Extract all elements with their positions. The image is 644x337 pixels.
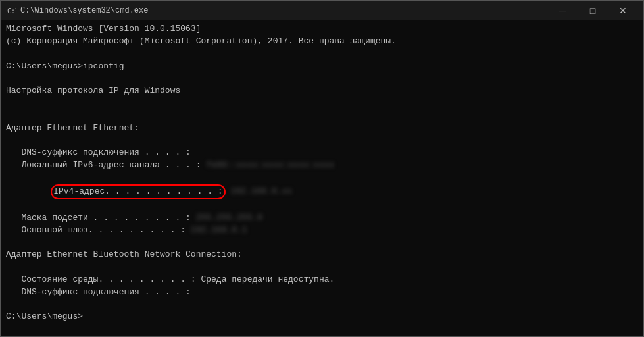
line-10 [6, 135, 638, 147]
gateway-line: Основной шлюз. . . . . . . . . : 192.168… [6, 224, 638, 237]
line-4: C:\Users\megus>ipconfig [6, 61, 638, 73]
close-button[interactable]: ✕ [608, 1, 638, 20]
cmd-window: C:\ C:\Windows\system32\cmd.exe ─ □ ✕ Mi… [0, 0, 644, 337]
line-18 [6, 261, 638, 274]
line-3 [6, 48, 638, 61]
line-21 [6, 299, 638, 311]
line-5 [6, 72, 638, 85]
media-state: Состояние среды. . . . . . . . . : Среда… [6, 274, 638, 286]
line-16 [6, 236, 638, 249]
line-6: Настройка протокола IP для Windows [6, 85, 638, 97]
window-controls: ─ □ ✕ [547, 1, 638, 20]
console-output: Microsoft Windows [Version 10.0.15063] (… [1, 20, 643, 336]
ipv4-line: IPv4-адрес. . . . . . . . . . . : 192.16… [6, 172, 638, 212]
cmd-icon: C:\ [6, 5, 16, 16]
ipv6-value: fe80::xxxx:xxxx:xxxx:xxxx [206, 160, 334, 170]
prompt: C:\Users\megus> [6, 311, 638, 323]
minimize-button[interactable]: ─ [547, 1, 578, 20]
maximize-button[interactable]: □ [578, 1, 608, 20]
gateway-value: 192.168.0.1 [191, 225, 247, 235]
title-bar: C:\ C:\Windows\system32\cmd.exe ─ □ ✕ [1, 1, 643, 20]
dns-suffix-bt: DNS-суффикс подключения . . . . : [6, 286, 638, 299]
dns-suffix: DNS-суффикс подключения . . . . : [6, 147, 638, 159]
svg-text:C:\: C:\ [7, 7, 16, 14]
ipv4-value: 192.168.0.xx [226, 186, 292, 196]
line-7 [6, 97, 638, 110]
window-title: C:\Windows\system32\cmd.exe [20, 6, 547, 15]
line-2: (с) Корпорация Майкрософт (Microsoft Cor… [6, 36, 638, 48]
subnet-value: 255.255.255.0 [196, 213, 262, 222]
line-1: Microsoft Windows [Version 10.0.15063] [6, 23, 638, 36]
line-8 [6, 110, 638, 122]
ipv6-line: Локальный IPv6-адрес канала . . . : fe80… [6, 159, 638, 172]
adapter-bluetooth: Адаптер Ethernet Bluetooth Network Conne… [6, 249, 638, 261]
ipv4-label: IPv4-адрес. . . . . . . . . . . : [51, 184, 225, 199]
adapter-ethernet: Адаптер Ethernet Ethernet: [6, 122, 638, 135]
subnet-line: Маска подсети . . . . . . . . . : 255.25… [6, 212, 638, 224]
